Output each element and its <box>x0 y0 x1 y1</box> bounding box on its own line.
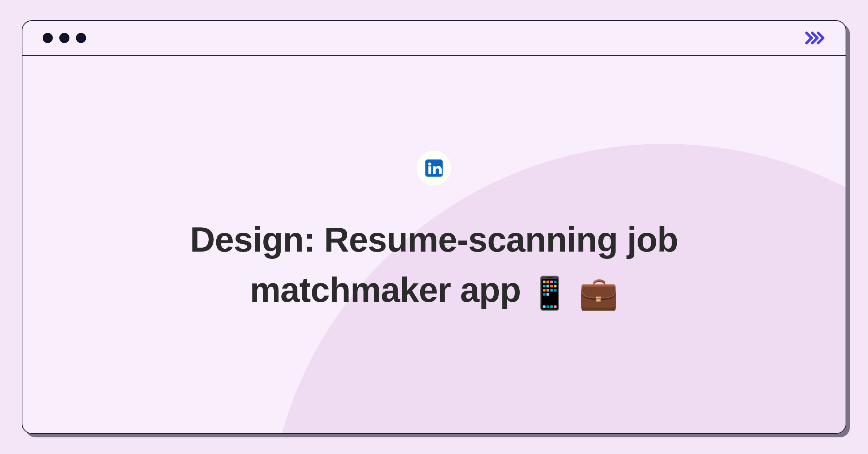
forward-chevrons-icon <box>805 31 825 45</box>
window-titlebar <box>22 21 846 56</box>
browser-window-card: Design: Resume-scanning job matchmaker a… <box>22 20 846 434</box>
phone-emoji-icon: 📱 <box>530 275 569 311</box>
window-dot-icon <box>43 33 53 43</box>
svg-rect-2 <box>428 166 431 174</box>
briefcase-emoji-icon: 💼 <box>579 275 618 311</box>
window-dot-icon <box>59 33 69 43</box>
window-dot-icon <box>76 33 86 43</box>
svg-point-1 <box>428 163 431 166</box>
window-controls <box>43 33 86 43</box>
brand-icon-badge <box>417 151 451 185</box>
linkedin-icon <box>425 159 443 177</box>
card-content: Design: Resume-scanning job matchmaker a… <box>22 56 846 433</box>
headline-text: Design: Resume-scanning job matchmaker a… <box>90 214 778 316</box>
